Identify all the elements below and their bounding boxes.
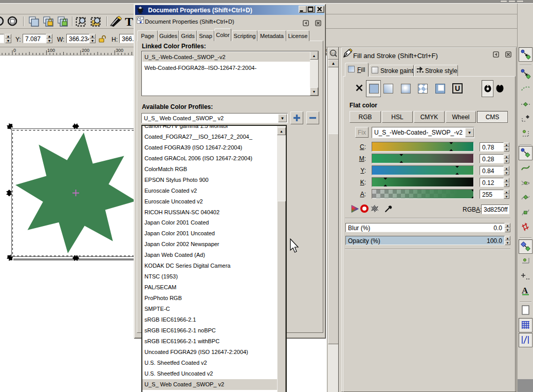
svg-text:100: 100 (47, 48, 55, 53)
svg-text:T: T (125, 15, 133, 28)
svg-text:A: A (522, 286, 528, 295)
svg-text:1:1: 1:1 (331, 52, 335, 55)
svg-text:0: 0 (13, 48, 16, 53)
svg-text:300: 300 (116, 48, 123, 53)
svg-text:200: 200 (82, 48, 89, 53)
